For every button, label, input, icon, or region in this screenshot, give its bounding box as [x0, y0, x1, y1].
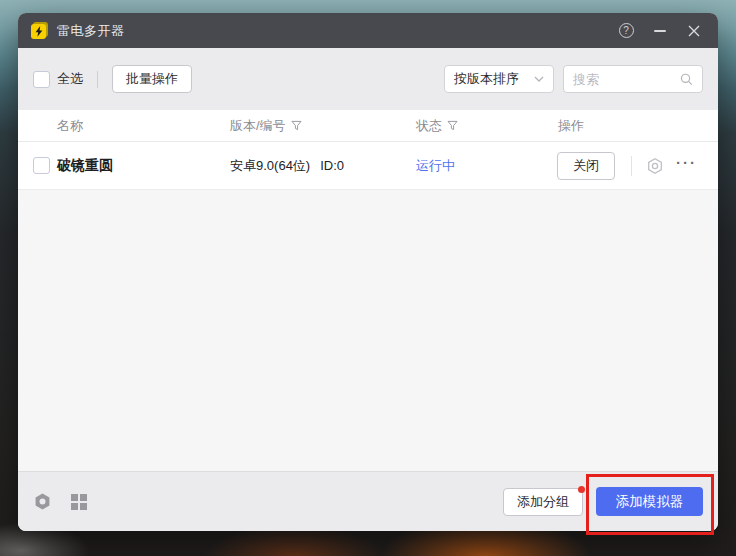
toolbar: 全选 批量操作 按版本排序	[18, 48, 718, 110]
actions-divider	[631, 156, 632, 176]
help-icon: ?	[619, 23, 634, 38]
emulator-name: 破镜重圆	[57, 142, 113, 189]
emulator-version: 安卓9.0(64位) ID:0	[230, 142, 344, 189]
footer-bar: 添加分组 添加模拟器	[18, 471, 718, 531]
titlebar: 雷电多开器 ?	[18, 13, 718, 48]
lightning-icon	[35, 26, 43, 37]
row-checkbox-cell	[33, 142, 50, 189]
emulator-id: ID:0	[320, 158, 344, 173]
filter-icon[interactable]	[291, 120, 302, 131]
grid-view-icon[interactable]	[71, 494, 87, 510]
column-version: 版本/编号	[230, 110, 302, 141]
close-button[interactable]	[682, 19, 706, 43]
toolbar-divider	[97, 71, 98, 88]
batch-operation-button[interactable]: 批量操作	[112, 65, 192, 93]
window-title: 雷电多开器	[57, 22, 125, 40]
app-window: 雷电多开器 ? 全选 批量操作	[18, 13, 718, 531]
list-empty-area	[18, 190, 718, 471]
help-button[interactable]: ?	[614, 19, 638, 43]
table-header: 名称 版本/编号 状态 操作	[18, 110, 718, 142]
desktop-wallpaper: 雷电多开器 ? 全选 批量操作	[0, 0, 736, 556]
select-all-label: 全选	[57, 70, 83, 88]
footer-buttons: 添加分组 添加模拟器	[503, 487, 703, 516]
notification-badge	[578, 486, 585, 493]
window-controls: ?	[614, 19, 706, 43]
search-box	[563, 65, 703, 93]
settings-icon[interactable]	[644, 157, 666, 175]
chevron-down-icon	[534, 76, 544, 82]
search-input[interactable]	[573, 72, 680, 87]
column-action: 操作	[558, 110, 584, 141]
app-logo-icon	[31, 22, 48, 39]
stop-emulator-button[interactable]: 关闭	[557, 152, 615, 180]
close-icon	[688, 25, 700, 37]
table-row: 破镜重圆 安卓9.0(64位) ID:0 运行中 关闭 ···	[18, 142, 718, 190]
minimize-icon	[654, 30, 666, 32]
row-checkbox[interactable]	[33, 157, 50, 174]
add-emulator-button[interactable]: 添加模拟器	[596, 487, 703, 516]
nut-icon	[646, 157, 664, 175]
android-version: 安卓9.0(64位)	[230, 157, 310, 175]
add-group-button[interactable]: 添加分组	[503, 488, 583, 516]
column-status: 状态	[416, 110, 458, 141]
toolbar-right: 按版本排序	[444, 65, 703, 93]
sort-dropdown-value: 按版本排序	[454, 70, 519, 88]
filter-icon[interactable]	[447, 120, 458, 131]
search-icon	[680, 72, 693, 87]
row-actions: 关闭 ···	[557, 142, 697, 189]
more-options-icon[interactable]: ···	[676, 155, 697, 176]
select-all-checkbox[interactable]	[33, 71, 50, 88]
column-name: 名称	[57, 110, 83, 141]
sort-dropdown[interactable]: 按版本排序	[444, 65, 554, 93]
footer-icons	[33, 492, 87, 511]
minimize-button[interactable]	[648, 19, 672, 43]
status-badge: 运行中	[416, 142, 455, 189]
global-settings-icon[interactable]	[33, 492, 52, 511]
